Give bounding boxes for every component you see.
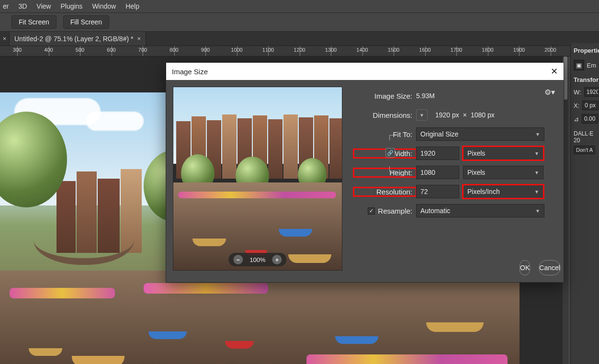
embed-icon: ▣: [574, 60, 584, 70]
preview-thumbnail[interactable]: − 100% +: [173, 87, 342, 271]
dimensions-width: 1920 px: [435, 111, 459, 119]
x-input[interactable]: [582, 101, 599, 110]
dialog-titlebar[interactable]: Image Size ✕: [166, 63, 564, 80]
ruler-tick-label: 1500: [388, 47, 399, 53]
width-unit-value: Pixels: [467, 149, 485, 157]
prev-tab-close[interactable]: ×: [0, 32, 10, 46]
fit-to-select[interactable]: Original Size ▼: [416, 127, 544, 141]
properties-panel: Propertie ▣ Em Transfor W: X: ⊿ DALL·E 2…: [570, 43, 599, 364]
resample-value: Automatic: [420, 207, 450, 215]
ruler-tick-label: 1800: [482, 47, 493, 53]
properties-title: Propertie: [574, 47, 596, 54]
scrollbar-thumb[interactable]: [564, 57, 567, 100]
chevron-down-icon: ▼: [534, 170, 539, 175]
resample-select[interactable]: Automatic ▼: [416, 204, 544, 217]
dialog-title-text: Image Size: [172, 68, 208, 76]
angle-input[interactable]: [582, 114, 598, 124]
resolution-input[interactable]: [416, 185, 459, 198]
ruler-tick-label: 500: [76, 47, 84, 53]
menu-item-3d[interactable]: 3D: [18, 2, 27, 10]
resolution-unit-value: Pixels/Inch: [467, 188, 500, 195]
fit-screen-button[interactable]: Fit Screen: [11, 15, 57, 29]
ruler-tick-label: 1900: [513, 47, 525, 53]
dimensions-unit-toggle[interactable]: ▼: [416, 109, 428, 121]
ruler-tick-label: 1200: [294, 47, 305, 53]
options-bar: Fit Screen Fill Screen: [0, 12, 599, 32]
chevron-down-icon: ▼: [534, 189, 539, 194]
resample-checkbox[interactable]: ✓: [368, 207, 375, 215]
ruler-tick-label: 1300: [325, 47, 337, 53]
zoom-level: 100%: [249, 256, 265, 263]
cancel-button[interactable]: Cancel: [539, 260, 561, 275]
width-label: Width:: [354, 149, 416, 158]
width-unit-select[interactable]: Pixels ▼: [463, 147, 543, 160]
ruler-tick-label: 800: [170, 47, 178, 53]
image-size-value: 5.93M: [416, 92, 554, 100]
angle-icon: ⊿: [574, 115, 579, 123]
chevron-down-icon: ▼: [534, 151, 539, 156]
height-label: Height:: [354, 169, 416, 177]
ok-button[interactable]: OK: [520, 260, 530, 275]
x-label: X:: [574, 102, 579, 109]
image-size-dialog: Image Size ✕: [166, 62, 564, 283]
close-icon[interactable]: ✕: [551, 66, 558, 77]
ruler-tick-label: 1000: [231, 47, 242, 53]
height-unit-select[interactable]: Pixels ▼: [463, 166, 543, 179]
ruler-tick-label: 600: [107, 47, 115, 53]
fit-to-label: Fit To:: [354, 130, 416, 138]
ruler-tick-label: 400: [44, 47, 53, 53]
menu-item[interactable]: er: [3, 2, 9, 10]
ruler-tick-label: 1600: [419, 47, 430, 53]
document-tab[interactable]: Untitled-2 @ 75.1% (Layer 2, RGB/8#) * ×: [10, 32, 146, 46]
ruler-tick-label: 700: [138, 47, 147, 53]
document-tabs: × Untitled-2 @ 75.1% (Layer 2, RGB/8#) *…: [0, 32, 599, 46]
height-unit-value: Pixels: [467, 169, 485, 176]
width-label: W:: [574, 89, 581, 96]
layer-name-label: DALL·E 20: [574, 130, 596, 144]
resample-label: Resample:: [378, 207, 412, 215]
horizontal-ruler: 3004005006007008009001000110012001300140…: [0, 46, 599, 57]
width-input[interactable]: [584, 87, 599, 97]
close-icon[interactable]: ×: [137, 35, 141, 42]
image-size-form: ⚙▾ Image Size: 5.93M Dimensions: ▼ 1920 …: [349, 80, 564, 282]
menu-item-view[interactable]: View: [36, 2, 51, 10]
document-tab-title: Untitled-2 @ 75.1% (Layer 2, RGB/8#) *: [14, 35, 133, 43]
fit-to-value: Original Size: [420, 130, 458, 138]
chevron-down-icon: ▼: [535, 208, 540, 214]
times-icon: ×: [463, 111, 467, 119]
ruler-tick-label: 2000: [544, 47, 556, 53]
ruler-tick-label: 1100: [262, 47, 274, 53]
zoom-out-button[interactable]: −: [233, 255, 243, 264]
chevron-down-icon: ▼: [535, 132, 540, 137]
fill-screen-button[interactable]: Fill Screen: [63, 15, 109, 29]
gear-icon[interactable]: ⚙▾: [544, 88, 555, 97]
menu-item-plugins[interactable]: Plugins: [60, 2, 82, 10]
resolution-unit-select[interactable]: Pixels/Inch ▼: [463, 185, 543, 198]
height-input[interactable]: [416, 166, 459, 179]
zoom-in-button[interactable]: +: [272, 255, 282, 264]
embed-label: Em: [587, 62, 597, 69]
ruler-tick-label: 1400: [356, 47, 368, 53]
chevron-down-icon: ▼: [419, 113, 424, 118]
ruler-tick-label: 1700: [451, 47, 462, 53]
resolution-label: Resolution:: [354, 188, 416, 196]
dimensions-height: 1080 px: [471, 111, 495, 119]
image-size-label: Image Size:: [354, 92, 416, 100]
width-input[interactable]: [416, 147, 459, 160]
menu-item-help[interactable]: Help: [125, 2, 139, 10]
transform-section-title: Transfor: [574, 76, 596, 83]
ruler-tick-label: 300: [13, 47, 22, 53]
menu-bar: er 3D View Plugins Window Help: [0, 0, 599, 12]
preview-zoom-controls: − 100% +: [228, 253, 286, 266]
dimensions-label: Dimensions:: [354, 111, 416, 119]
constrain-proportions-toggle[interactable]: 🔗: [385, 148, 395, 158]
menu-item-window[interactable]: Window: [92, 2, 116, 10]
ruler-tick-label: 900: [201, 47, 210, 53]
dont-button[interactable]: Don't A: [574, 146, 595, 154]
close-icon: ×: [3, 35, 7, 42]
